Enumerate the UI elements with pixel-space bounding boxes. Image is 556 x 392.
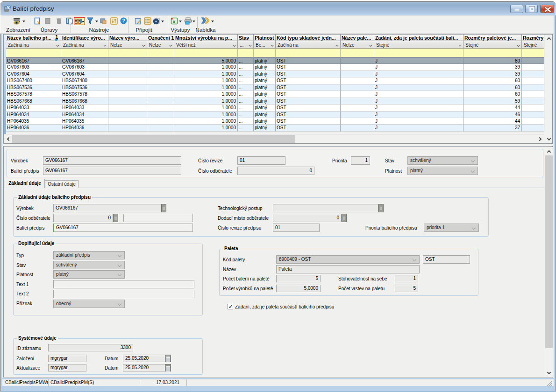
svg-text:x: x xyxy=(173,19,176,24)
svg-text:?: ? xyxy=(122,18,125,23)
